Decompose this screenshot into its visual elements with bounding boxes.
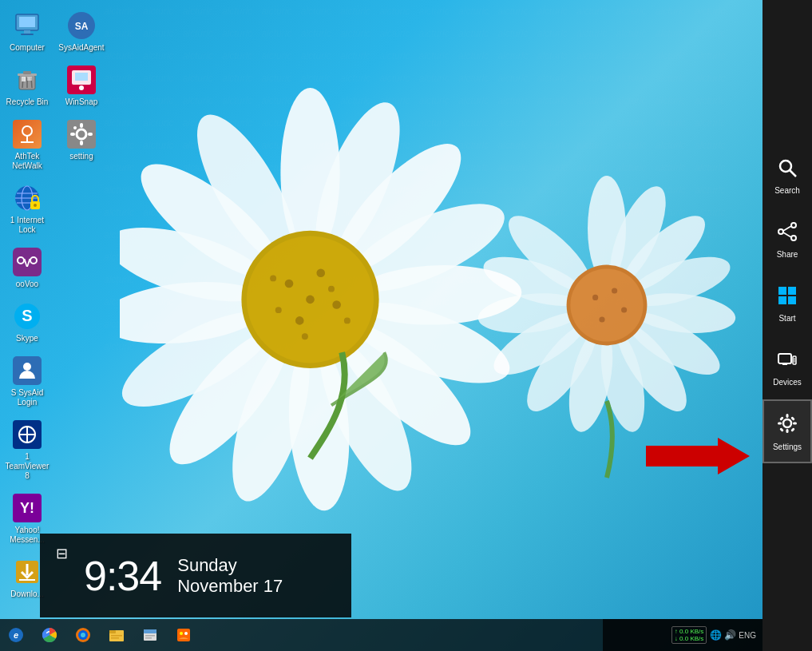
svg-point-27 [270, 275, 276, 281]
svg-rect-49 [19, 17, 35, 27]
svg-point-144 [184, 632, 188, 635]
icon-computer[interactable]: Computer [0, 5, 54, 58]
svg-rect-111 [778, 296, 786, 304]
svg-line-108 [783, 232, 791, 237]
svg-point-18 [285, 280, 294, 288]
tray-network-icon[interactable]: 🌐 [710, 629, 722, 641]
svg-rect-99 [88, 133, 93, 136]
clock-date: Sunday November 17 [177, 555, 283, 597]
icon-athtek[interactable]: AthTek NetWalk [0, 113, 54, 176]
svg-rect-58 [22, 77, 26, 81]
svg-rect-121 [793, 422, 797, 424]
icon-winsnap-label: WinSnap [65, 97, 98, 107]
svg-point-47 [599, 316, 604, 322]
taskbar-explorer[interactable] [101, 619, 133, 651]
icon-sysaid-login[interactable]: S SysAid Login [0, 350, 54, 412]
svg-point-106 [791, 236, 796, 240]
icon-computer-label: Computer [10, 43, 45, 53]
monitor-icon: ⊟ [56, 545, 68, 562]
svg-rect-92 [75, 73, 88, 81]
svg-point-21 [295, 316, 304, 325]
svg-rect-110 [788, 287, 796, 295]
charm-settings[interactable]: Settings [762, 399, 812, 463]
svg-point-25 [302, 333, 308, 339]
svg-rect-51 [21, 34, 34, 35]
svg-rect-118 [786, 414, 789, 418]
svg-rect-141 [145, 637, 152, 639]
network-upload-info: ↑ 0.0 KB/s ↓ 0.0 KB/s [671, 626, 707, 644]
icon-winsnap[interactable]: WinSnap [54, 59, 109, 112]
taskbar-ie[interactable]: e [0, 619, 32, 651]
svg-point-45 [612, 288, 617, 293]
svg-text:Y!: Y! [20, 500, 34, 516]
charm-settings-label: Settings [773, 443, 802, 451]
svg-text:e: e [14, 630, 18, 640]
svg-rect-112 [788, 296, 796, 304]
svg-point-70 [34, 204, 37, 207]
svg-rect-135 [109, 630, 116, 633]
svg-point-102 [780, 161, 791, 172]
svg-rect-120 [778, 422, 782, 424]
taskbar-chrome[interactable] [34, 619, 65, 651]
taskbar-paint[interactable] [168, 619, 200, 651]
svg-point-93 [79, 85, 84, 90]
desktop-icons-col2: SA SysAidAgent WinSnap [54, 0, 109, 168]
tray-volume-icon[interactable]: 🔊 [724, 629, 736, 641]
icon-athtek-label: AthTek NetWalk [3, 152, 51, 171]
svg-rect-114 [782, 363, 787, 365]
svg-point-78 [23, 363, 31, 371]
taskbar-explorer2[interactable] [134, 619, 166, 651]
svg-rect-60 [13, 120, 42, 149]
svg-rect-96 [80, 123, 83, 128]
svg-text:SA: SA [75, 21, 89, 32]
svg-rect-119 [786, 429, 789, 433]
icon-setting-label: setting [69, 152, 93, 161]
svg-point-20 [332, 300, 341, 309]
icon-sysaid-agent[interactable]: SA SysAidAgent [54, 5, 109, 58]
svg-rect-54 [23, 71, 31, 74]
icon-teamviewer[interactable]: 1 TeamViewer 8 [0, 414, 54, 486]
svg-point-117 [783, 419, 791, 427]
icon-downloads-label: Downlo... [10, 589, 44, 599]
svg-point-24 [328, 286, 335, 292]
icon-skype[interactable]: S Skype [0, 296, 54, 348]
svg-rect-97 [80, 141, 83, 145]
svg-rect-50 [24, 30, 30, 34]
icon-oovoo-label: ooVoo [16, 280, 38, 289]
svg-rect-123 [790, 416, 795, 421]
clock-day: Sunday [177, 555, 283, 576]
charm-share-label: Share [777, 250, 798, 259]
charm-start-label: Start [778, 314, 795, 323]
icon-recycle-bin-label: Recycle Bin [6, 97, 49, 107]
svg-rect-136 [111, 635, 122, 637]
charm-devices[interactable]: Devices [762, 335, 812, 399]
taskbar-firefox[interactable] [67, 619, 99, 651]
icon-internet-lock[interactable]: 1 Internet Lock [0, 177, 54, 240]
system-tray: ↑ 0.0 KB/s ↓ 0.0 KB/s 🌐 🔊 ENG [603, 619, 762, 651]
svg-point-26 [344, 317, 351, 324]
icon-setting[interactable]: setting [54, 113, 109, 166]
charm-search[interactable]: Search [762, 144, 812, 208]
svg-point-19 [316, 268, 325, 277]
icon-oovoo[interactable]: V ooVoo [0, 241, 54, 294]
settings-icon [776, 412, 798, 439]
svg-point-23 [275, 307, 282, 313]
svg-rect-139 [144, 629, 156, 633]
tray-language: ENG [739, 631, 756, 640]
svg-rect-98 [70, 133, 75, 136]
clock-overlay: ⊟ 9:34 Sunday November 17 [40, 534, 351, 617]
svg-rect-116 [794, 358, 795, 363]
desktop: alcturlc alcturlc alcturlc alcturlc alct… [0, 0, 812, 651]
svg-point-46 [621, 307, 627, 312]
icon-recycle-bin[interactable]: Recycle Bin [0, 59, 54, 112]
charm-share[interactable]: Share [762, 208, 812, 272]
start-icon [777, 285, 798, 311]
share-icon [777, 221, 798, 247]
svg-point-105 [778, 229, 783, 234]
svg-point-43 [570, 268, 643, 341]
devices-icon [777, 349, 798, 375]
svg-line-103 [790, 170, 796, 177]
charm-start[interactable]: Start [762, 272, 812, 335]
search-icon [777, 157, 798, 183]
icon-sysaid-agent-label: SysAidAgent [58, 43, 104, 53]
